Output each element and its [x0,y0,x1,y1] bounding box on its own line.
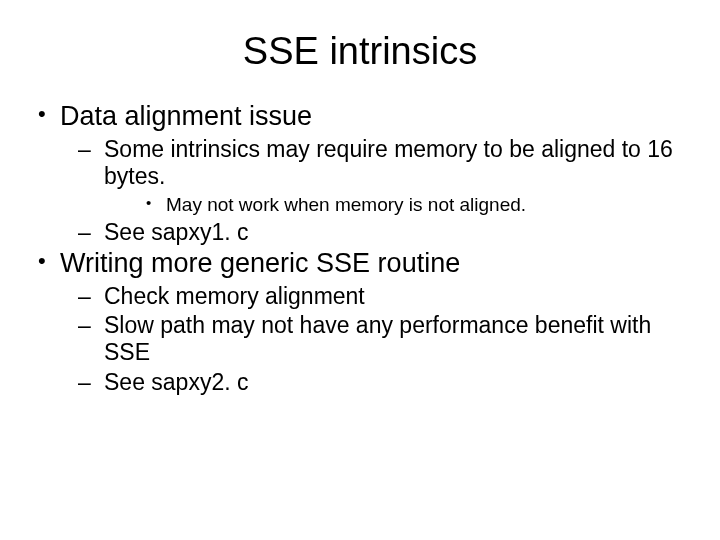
bullet-sublist: Some intrinsics may require memory to be… [60,136,684,246]
bullet-lvl2: Some intrinsics may require memory to be… [60,136,684,217]
bullet-lvl1: Writing more generic SSE routine Check m… [36,248,684,396]
bullet-lvl3: May not work when memory is not aligned. [104,194,684,217]
bullet-list: Data alignment issue Some intrinsics may… [36,101,684,396]
bullet-lvl2: Check memory alignment [60,283,684,310]
bullet-lvl2: Slow path may not have any performance b… [60,312,684,366]
slide-title: SSE intrinsics [36,30,684,73]
bullet-text: Check memory alignment [104,283,365,309]
bullet-lvl1: Data alignment issue Some intrinsics may… [36,101,684,246]
bullet-text: Slow path may not have any performance b… [104,312,651,365]
bullet-text: Data alignment issue [60,101,312,131]
bullet-text: May not work when memory is not aligned. [166,194,526,215]
bullet-text: See sapxy1. c [104,219,248,245]
bullet-text: See sapxy2. c [104,369,248,395]
bullet-lvl2: See sapxy1. c [60,219,684,246]
bullet-subsublist: May not work when memory is not aligned. [104,194,684,217]
bullet-sublist: Check memory alignment Slow path may not… [60,283,684,396]
slide: SSE intrinsics Data alignment issue Some… [0,0,720,540]
bullet-lvl2: See sapxy2. c [60,369,684,396]
bullet-text: Writing more generic SSE routine [60,248,460,278]
bullet-text: Some intrinsics may require memory to be… [104,136,673,189]
